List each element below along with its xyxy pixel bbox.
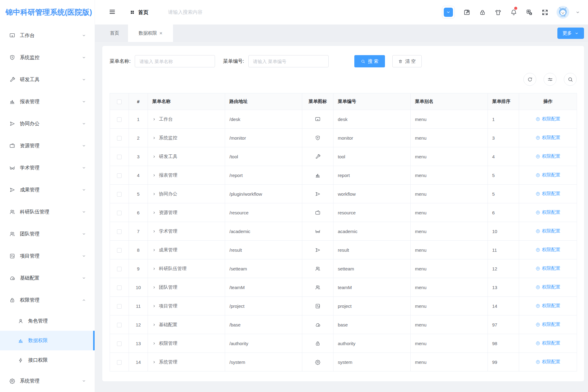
permission-config-button[interactable]: 权限配置 [536,266,560,271]
sidebar-item-resource[interactable]: 资源管理 [0,135,95,157]
chevron-right-icon[interactable] [152,285,156,289]
permission-config-button[interactable]: 权限配置 [536,284,560,290]
tab-data-permission[interactable]: 数据权限 × [128,24,173,42]
sidebar-collapse-button[interactable] [109,8,116,16]
permission-config-button[interactable]: 权限配置 [536,191,560,197]
user-menu-chevron-icon[interactable] [575,10,580,15]
gear-icon [536,322,540,327]
sidebar-item-authority[interactable]: 权限管理 [0,289,95,311]
menu-name-input[interactable] [135,55,215,67]
sidebar-item-base[interactable]: 基础配置 [0,267,95,289]
row-checkbox[interactable] [117,173,122,178]
chevron-right-icon[interactable] [152,229,156,233]
sidebar-item-setteam[interactable]: 科研队伍管理 [0,201,95,223]
sidebar-item-label: 权限管理 [20,297,82,303]
sidebar-item-label: 研发工具 [20,77,82,83]
cell-code: setteam [334,259,411,278]
sidebar-item-api-permission[interactable]: 接口权限 [0,350,95,370]
table-row: 4报表管理/reportreportmenu5权限配置 [110,166,577,185]
row-checkbox[interactable] [117,360,122,365]
search-button[interactable] [564,73,577,86]
permission-config-button[interactable]: 权限配置 [536,247,560,253]
row-checkbox[interactable] [117,117,122,122]
cell-sort: 3 [488,129,519,147]
row-checkbox[interactable] [117,229,122,234]
chevron-right-icon[interactable] [152,117,156,121]
content-card: 菜单名称: 菜单编号: 搜 索 清 空 [102,46,584,381]
chevron-right-icon[interactable] [152,360,156,364]
search-button[interactable]: 搜 索 [354,55,385,67]
menu-code-input[interactable] [248,55,329,67]
sidebar-item-desk[interactable]: 工作台 [0,24,95,47]
cell-sort: 5 [488,185,519,203]
row-checkbox[interactable] [117,267,122,271]
header-search-input[interactable] [168,9,266,15]
permission-config-button[interactable]: 权限配置 [536,153,560,159]
row-checkbox[interactable] [117,323,122,327]
clear-button[interactable]: 清 空 [392,55,422,67]
select-all-checkbox[interactable] [117,100,122,104]
chevron-right-icon[interactable] [152,155,156,159]
column-settings-button[interactable] [544,73,556,86]
permission-config-button[interactable]: 权限配置 [536,359,560,365]
row-checkbox[interactable] [117,192,122,197]
cell-index: 11 [129,297,148,315]
more-button[interactable]: 更多 [557,28,584,39]
cell-alias: menu [411,166,488,185]
fullscreen-button[interactable] [541,9,548,16]
avatar[interactable] [557,6,569,18]
permission-config-button[interactable]: 权限配置 [536,172,560,178]
sidebar-item-result[interactable]: 成果管理 [0,179,95,201]
sidebar-item-tool[interactable]: 研发工具 [0,69,95,91]
cell-route: /resource [225,203,302,222]
row-checkbox[interactable] [117,248,122,253]
sidebar-item-workflow[interactable]: 协同办公 [0,113,95,135]
chevron-right-icon[interactable] [152,323,156,327]
sidebar-item-data-permission[interactable]: 数据权限 [0,331,95,350]
chevron-right-icon[interactable] [152,192,156,196]
panel-toggle-button[interactable] [442,6,455,19]
notifications-button[interactable] [510,9,517,16]
chevron-right-icon[interactable] [152,136,156,140]
chevron-right-icon[interactable] [152,341,156,345]
tools-icon [463,9,470,16]
row-checkbox[interactable] [117,211,122,215]
column-header: 菜单别名 [411,93,488,110]
row-checkbox[interactable] [117,285,122,290]
tab-home[interactable]: 首页 [101,24,128,42]
sidebar-item-academic[interactable]: 学术管理 [0,157,95,179]
close-icon[interactable]: × [160,31,163,36]
sidebar-item-project[interactable]: 项目管理 [0,245,95,267]
shield-icon [9,55,15,61]
row-checkbox[interactable] [117,136,122,141]
screen-lock-button[interactable] [479,9,486,16]
permission-config-button[interactable]: 权限配置 [536,303,560,309]
cell-sort: 6 [488,203,519,222]
sidebar-item-team[interactable]: 团队管理 [0,223,95,245]
permission-config-button[interactable]: 权限配置 [536,135,560,141]
breadcrumb[interactable]: 首页 [130,9,149,16]
chevron-right-icon[interactable] [152,267,156,271]
refresh-button[interactable] [523,73,536,86]
cell-code: academic [334,222,411,241]
chevron-right-icon[interactable] [152,173,156,177]
language-button[interactable] [526,9,533,16]
chevron-right-icon[interactable] [152,211,156,215]
permission-config-button[interactable]: 权限配置 [536,209,560,215]
row-checkbox[interactable] [117,304,122,309]
permission-config-button[interactable]: 权限配置 [536,322,560,327]
chevron-right-icon[interactable] [152,304,156,308]
permission-config-button[interactable]: 权限配置 [536,116,560,122]
tools-button[interactable] [463,9,470,16]
cell-route: /authority [225,334,302,353]
sidebar-item-monitor[interactable]: 系统监控 [0,47,95,69]
sidebar-item-report[interactable]: 报表管理 [0,91,95,113]
sidebar-item-role[interactable]: 角色管理 [0,311,95,331]
permission-config-button[interactable]: 权限配置 [536,340,560,346]
theme-button[interactable] [494,9,502,16]
permission-config-button[interactable]: 权限配置 [536,228,560,234]
row-checkbox[interactable] [117,155,122,159]
row-checkbox[interactable] [117,341,122,346]
chevron-right-icon[interactable] [152,248,156,252]
sidebar-item-system[interactable]: 系统管理 [0,370,95,392]
